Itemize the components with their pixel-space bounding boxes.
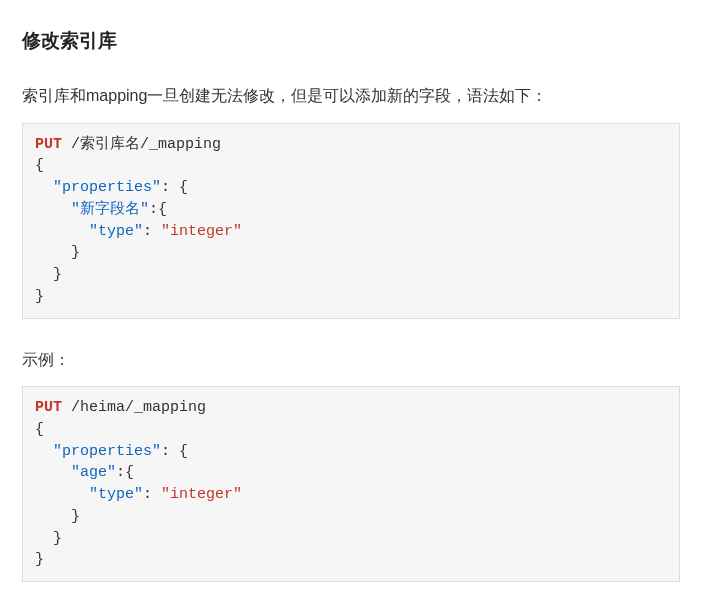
http-method: PUT — [35, 399, 62, 416]
json-key-properties: "properties" — [53, 179, 161, 196]
brace: { — [35, 421, 44, 438]
json-key-properties: "properties" — [53, 443, 161, 460]
code-block-syntax: PUT /索引库名/_mapping { "properties": { "新字… — [22, 123, 680, 319]
punc: : — [143, 486, 161, 503]
brace: } — [35, 288, 44, 305]
json-value-integer: "integer" — [161, 486, 242, 503]
punc: :{ — [116, 464, 134, 481]
section-heading: 修改索引库 — [22, 28, 680, 53]
intro-paragraph: 索引库和mapping一旦创建无法修改，但是可以添加新的字段，语法如下： — [22, 83, 680, 109]
json-key-field: "新字段名" — [71, 201, 149, 218]
brace: } — [35, 551, 44, 568]
punc: : { — [161, 179, 188, 196]
brace: { — [35, 157, 44, 174]
brace: } — [35, 244, 80, 261]
brace: } — [35, 266, 62, 283]
json-value-integer: "integer" — [161, 223, 242, 240]
example-label: 示例： — [22, 347, 680, 373]
punc: : { — [161, 443, 188, 460]
json-key-field: "age" — [71, 464, 116, 481]
json-key-type: "type" — [89, 486, 143, 503]
http-method: PUT — [35, 136, 62, 153]
brace: } — [35, 508, 80, 525]
http-path: /heima/_mapping — [62, 399, 206, 416]
brace: } — [35, 530, 62, 547]
punc: : — [143, 223, 161, 240]
json-key-type: "type" — [89, 223, 143, 240]
code-block-example: PUT /heima/_mapping { "properties": { "a… — [22, 386, 680, 582]
http-path: /索引库名/_mapping — [62, 136, 221, 153]
punc: :{ — [149, 201, 167, 218]
